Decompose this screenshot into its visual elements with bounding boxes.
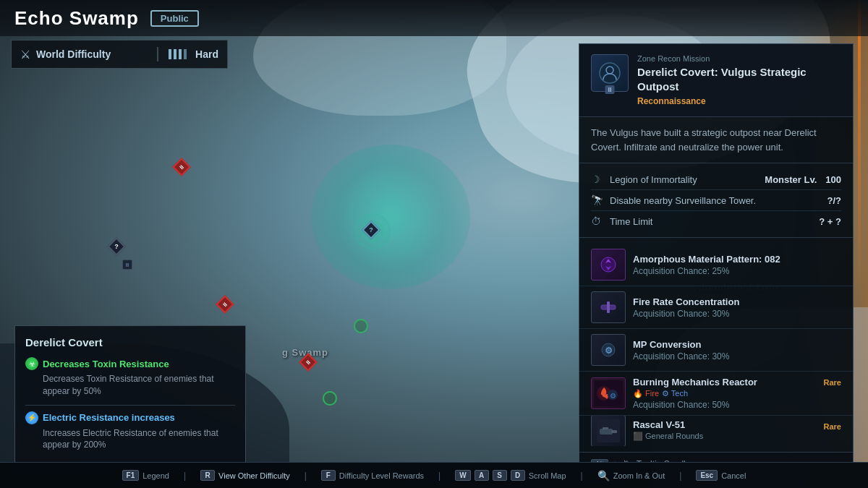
faction-row: ☽ Legion of Immortality Monster Lv. 100	[591, 171, 841, 188]
reward-info-burning: Burning Mechanics Reactor 🔥 Fire ⚙ Tech …	[633, 377, 817, 410]
key-f1: F1	[122, 470, 140, 481]
reward-info-amorphous: Amorphous Material Pattern: 082 Acquisit…	[633, 254, 841, 276]
objective2-label: Time Limit	[610, 216, 813, 227]
toxin-effect-desc: Decreases Toxin Resistance of enemies th…	[25, 373, 235, 398]
rare-badge-rascal: Rare	[824, 421, 841, 431]
reward-tags-rascal: ⬛ General Rounds	[633, 432, 817, 441]
hotkey-scroll-map: W A S D Scroll Map	[455, 470, 566, 481]
mission-panel: II Zone Recon Mission Derelict Covert: V…	[579, 43, 854, 463]
reward-thumb-amorphous	[591, 249, 626, 281]
map-marker-green2[interactable]	[322, 390, 338, 406]
map-marker-green1[interactable]	[353, 318, 369, 334]
diff-bar-2	[174, 49, 176, 59]
objective1-label: Disable nearby Surveillance Tower.	[610, 195, 822, 206]
map-marker-2[interactable]: II	[300, 354, 316, 370]
hotkey-cancel: Esc Cancel	[696, 470, 746, 481]
reward-fire-rate: Fire Rate Concentration Acquisition Chan…	[579, 286, 853, 329]
reward-name-burning: Burning Mechanics Reactor	[633, 377, 817, 388]
hotkey-view-difficulty[interactable]: R View Other Difficulty	[200, 470, 290, 481]
map-marker-3[interactable]: II	[174, 159, 190, 175]
stat-divider-2	[591, 210, 841, 211]
faction-label: Legion of Immortality	[610, 174, 759, 185]
reward-amorphous: Amorphous Material Pattern: 082 Acquisit…	[579, 244, 853, 286]
label-legend: Legend	[142, 471, 169, 480]
top-bar: Echo Swamp Public	[0, 0, 868, 36]
mission-info: Zone Recon Mission Derelict Covert: Vulg…	[637, 54, 841, 106]
label-difficulty-rewards: Difficulty Level Rewards	[339, 471, 424, 480]
mission-icon-container: II	[591, 54, 629, 92]
difficulty-bars	[169, 49, 187, 59]
toxin-effect-item: ☣ Decreases Toxin Resistance Decreases T…	[25, 357, 235, 398]
electric-effect-desc: Increases Electric Resistance of enemies…	[25, 427, 235, 452]
key-a: A	[475, 470, 489, 481]
objective2-icon: ⏱	[591, 215, 604, 227]
mission-rank: II	[605, 85, 614, 94]
key-f: F	[321, 470, 336, 481]
reward-info-fire-rate: Fire Rate Concentration Acquisition Chan…	[633, 296, 841, 319]
key-d: D	[511, 470, 525, 481]
reward-chance-amorphous: Acquisition Chance: 25%	[633, 266, 841, 276]
map-marker-q1[interactable]: ?	[109, 239, 124, 254]
map-marker-q2: II	[119, 257, 135, 273]
sep1: |	[184, 471, 186, 481]
hotkey-zoom: 🔍 Zoom In & Out	[597, 470, 665, 481]
toxin-icon: ☣	[25, 357, 38, 370]
rare-badge-burning: Rare	[824, 377, 841, 387]
difficulty-divider	[157, 47, 158, 61]
monster-level-label: Monster Lv.	[765, 174, 817, 185]
label-zoom: Zoom In & Out	[613, 471, 665, 480]
map-marker-1[interactable]: II	[217, 296, 233, 312]
mission-name: Derelict Covert: Vulgus Strategic Outpos…	[637, 65, 841, 93]
label-view-difficulty: View Other Difficulty	[218, 471, 290, 480]
svg-rect-14	[600, 429, 613, 435]
bottom-bar: F1 Legend | R View Other Difficulty | F …	[0, 462, 868, 488]
zoom-icon: 🔍	[597, 470, 610, 481]
electric-effect-item: ⚡ Electric Resistance increases Increase…	[25, 411, 235, 452]
objective1-icon: 🔭	[591, 194, 604, 206]
reward-name-rascal: Rascal V-51	[633, 419, 817, 430]
svg-rect-6	[607, 301, 610, 313]
label-cancel: Cancel	[721, 471, 746, 480]
key-esc: Esc	[696, 470, 718, 481]
reward-name-fire-rate: Fire Rate Concentration	[633, 296, 841, 307]
svg-text:⚙: ⚙	[605, 346, 613, 356]
electric-icon: ⚡	[25, 411, 38, 424]
rewards-section: Amorphous Material Pattern: 082 Acquisit…	[579, 238, 853, 452]
sep3: |	[438, 471, 441, 481]
monster-level: 100	[825, 174, 841, 185]
active-marker[interactable]: ?	[354, 213, 391, 249]
derelict-panel-title: Derelict Covert	[25, 336, 235, 348]
diff-bar-1	[169, 49, 171, 59]
mission-stats: ☽ Legion of Immortality Monster Lv. 100 …	[579, 163, 853, 238]
objective2-row: ⏱ Time Limit ? + ?	[591, 213, 841, 230]
mission-description: The Vulgus have built a strategic outpos…	[579, 117, 853, 163]
tag-tech: ⚙ Tech	[662, 389, 688, 398]
svg-rect-16	[603, 427, 608, 429]
sep2: |	[305, 471, 307, 481]
reward-chance-mp: Acquisition Chance: 30%	[633, 351, 841, 361]
active-mission-marker[interactable]: ?	[363, 222, 379, 238]
difficulty-bar[interactable]: ⚔ World Difficulty Hard	[11, 40, 228, 69]
diff-bar-3	[179, 49, 182, 59]
svg-point-0	[600, 63, 620, 83]
svg-text:⚙: ⚙	[610, 392, 616, 400]
effect-divider	[25, 405, 235, 406]
reward-info-mp: MP Conversion Acquisition Chance: 30%	[633, 339, 841, 361]
tag-fire: 🔥 Fire	[633, 389, 659, 398]
public-badge[interactable]: Public	[150, 10, 199, 27]
difficulty-value: Hard	[195, 48, 218, 60]
reward-burning-mechanics: ⚙ Burning Mechanics Reactor 🔥 Fire ⚙ Tec…	[579, 372, 853, 416]
key-w: W	[455, 470, 470, 481]
reward-chance-fire-rate: Acquisition Chance: 30%	[633, 309, 841, 319]
stat-divider-1	[591, 189, 841, 190]
derelict-covert-panel: Derelict Covert ☣ Decreases Toxin Resist…	[14, 325, 246, 469]
reward-name-mp: MP Conversion	[633, 339, 841, 350]
electric-effect-name: Electric Resistance increases	[43, 412, 175, 423]
reward-thumb-mp: ⚙	[591, 334, 626, 366]
svg-rect-15	[611, 430, 617, 433]
difficulty-label: World Difficulty	[36, 48, 147, 60]
reward-thumb-burning: ⚙	[591, 377, 626, 409]
sep4: |	[581, 471, 583, 481]
objective1-value: ?/?	[827, 195, 842, 206]
reward-name-amorphous: Amorphous Material Pattern: 082	[633, 254, 841, 265]
